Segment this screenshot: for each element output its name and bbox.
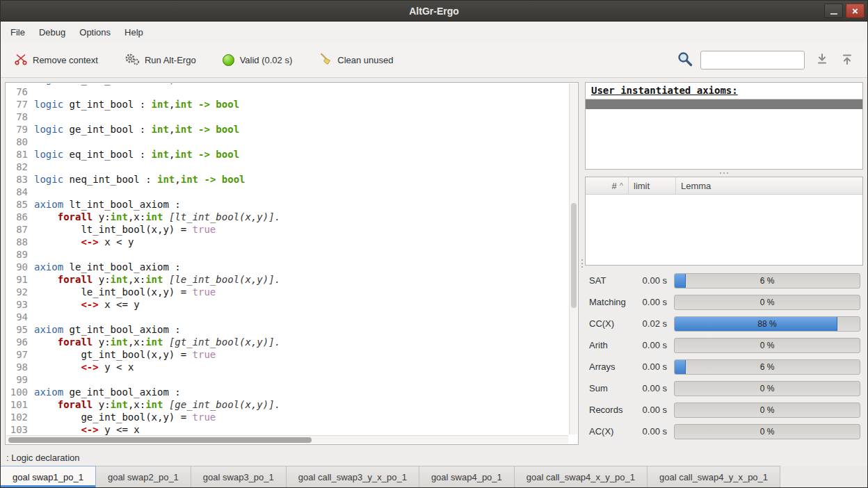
line-number: 102 (6, 411, 34, 423)
code-text: logic neq_int_bool : int,int -> bool (34, 173, 246, 186)
line-number: 85 (6, 198, 34, 211)
green-circle-icon (223, 54, 234, 66)
line-number: 83 (6, 173, 34, 186)
code-text: <-> x <= y (34, 298, 140, 311)
progress-text: 0 % (675, 403, 860, 417)
progress-text: 88 % (675, 317, 860, 331)
code-line: 76 (6, 86, 569, 98)
code-line: 89 (6, 248, 569, 261)
menu-debug[interactable]: Debug (32, 22, 72, 43)
tab-goal-swap3_po_1[interactable]: goal swap3_po_1 (191, 466, 287, 487)
stat-row-records: Records0.00 s0 % (589, 399, 863, 421)
stat-row-sat: SAT0.00 s6 % (589, 270, 863, 291)
stat-progressbar: 0 % (674, 402, 860, 418)
menu-help[interactable]: Help (118, 22, 150, 43)
clean-unused-button[interactable]: Clean unused (314, 48, 398, 72)
clean-unused-label: Clean unused (337, 55, 393, 65)
line-number: 79 (6, 123, 34, 136)
line-number: 82 (6, 161, 34, 173)
stat-label: Arrays (589, 361, 634, 372)
horizontal-scrollbar-thumb[interactable] (8, 437, 312, 443)
stat-label: Sum (589, 383, 634, 393)
progress-text: 0 % (675, 425, 860, 439)
code-line: 90axiom le_int_bool_axiom : (6, 261, 569, 273)
code-line: 78 (6, 111, 569, 123)
code-line: 83logic neq_int_bool : int,int -> bool (6, 173, 569, 186)
minimize-button[interactable] (824, 3, 843, 18)
stat-progressbar: 6 % (674, 359, 860, 375)
line-number: 103 (6, 423, 34, 435)
valid-label: Valid (0.02 s) (240, 55, 293, 65)
stat-time: 0.00 s (634, 275, 667, 286)
tab-goal-call_swap4_x_y_po_1[interactable]: goal call_swap4_x_y_po_1 (515, 466, 648, 487)
tab-goal-call_swap3_y_x_po_1[interactable]: goal call_swap3_y_x_po_1 (287, 466, 419, 487)
code-text: logic gt_int_bool : int,int -> bool (34, 98, 239, 111)
code-line: 100axiom ge_int_bool_axiom : (6, 386, 569, 398)
user-axioms-title: User instantiated axioms: (586, 83, 862, 99)
code-text: axiom le_int_bool_axiom : (34, 261, 181, 273)
right-panel: User instantiated axioms: # ^ limit Lemm… (585, 82, 863, 445)
code-line: 101 forall y:int,x:int [ge_int_bool(x,y)… (6, 398, 569, 411)
remove-context-button[interactable]: Remove context (9, 48, 103, 72)
tab-goal-swap4_po_1[interactable]: goal swap4_po_1 (419, 466, 515, 487)
goal-tabs-bar: goal swap1_po_1goal swap2_po_1goal swap3… (1, 466, 867, 487)
code-text: gt_int_bool(x,y) = true (34, 348, 216, 361)
code-editor[interactable]: 75logic lt_int_bool : int,int -> bool767… (5, 82, 579, 445)
progress-text: 6 % (675, 360, 860, 374)
lemma-table-header: # ^ limit Lemma (586, 177, 862, 195)
status-text: : Logic declaration (6, 453, 80, 463)
run-alt-ergo-button[interactable]: Run Alt-Ergo (120, 48, 201, 72)
line-number: 88 (6, 236, 34, 248)
main-area: 75logic lt_int_bool : int,int -> bool767… (1, 78, 867, 449)
search-input[interactable] (700, 51, 805, 70)
toolbar: Remove context Run Alt-Ergo Valid (0.02 … (1, 43, 867, 78)
column-header-limit[interactable]: limit (629, 177, 676, 194)
magnifier-icon[interactable] (677, 51, 693, 70)
sort-ascending-icon: ^ (620, 181, 623, 190)
progress-text: 6 % (675, 274, 860, 288)
code-line: 103 <-> y <= x (6, 423, 569, 435)
horizontal-scrollbar[interactable] (6, 435, 568, 444)
tab-goal-call_swap4_y_x_po_1[interactable]: goal call_swap4_y_x_po_1 (648, 466, 780, 487)
remove-context-label: Remove context (33, 55, 98, 65)
line-number: 90 (6, 261, 34, 273)
code-line: 97 gt_int_bool(x,y) = true (6, 348, 569, 361)
code-text: forall y:int,x:int [lt_int_bool(x,y)]. (34, 211, 280, 223)
close-button[interactable]: × (846, 3, 865, 18)
close-icon: × (852, 6, 858, 16)
code-text: ge_int_bool(x,y) = true (34, 411, 216, 423)
user-axioms-list[interactable]: User instantiated axioms: (585, 82, 863, 170)
lemma-table: # ^ limit Lemma (585, 177, 863, 266)
stat-label: Arith (589, 340, 634, 350)
code-line: 93 <-> x <= y (6, 298, 569, 311)
axioms-selected-row[interactable] (586, 99, 862, 109)
tab-goal-swap1_po_1[interactable]: goal swap1_po_1 (1, 466, 96, 487)
code-text: forall y:int,x:int [ge_int_bool(x,y)]. (34, 398, 280, 411)
lemma-table-body[interactable] (586, 195, 862, 265)
axioms-splitter-handle[interactable] (585, 170, 863, 177)
code-text: logic eq_int_bool : int,int -> bool (34, 148, 239, 161)
up-arrow-icon[interactable] (841, 53, 853, 67)
column-header-number[interactable]: # ^ (586, 177, 629, 194)
vertical-scrollbar-thumb[interactable] (571, 203, 577, 309)
tab-goal-swap2_po_1[interactable]: goal swap2_po_1 (96, 466, 191, 487)
scissors-icon (14, 52, 28, 68)
vertical-scrollbar[interactable] (569, 83, 577, 434)
menu-options[interactable]: Options (72, 22, 118, 43)
search-nav-buttons (816, 53, 853, 67)
stat-label: AC(X) (589, 426, 634, 437)
menu-file[interactable]: File (3, 22, 32, 43)
titlebar[interactable]: AltGr-Ergo × (1, 1, 867, 22)
code-line: 85axiom lt_int_bool_axiom : (6, 198, 569, 211)
code-line: 98 <-> y < x (6, 361, 569, 373)
code-line: 102 ge_int_bool(x,y) = true (6, 411, 569, 423)
column-header-lemma[interactable]: Lemma (676, 177, 862, 194)
app-window: AltGr-Ergo × FileDebugOptionsHelp Remove… (0, 0, 868, 488)
pane-splitter-handle[interactable] (579, 82, 585, 445)
down-arrow-icon[interactable] (816, 53, 828, 67)
broom-icon (319, 52, 332, 68)
line-number: 96 (6, 336, 34, 348)
stat-label: CC(X) (589, 318, 634, 329)
code-text: logic ge_int_bool : int,int -> bool (34, 123, 239, 136)
code-text: logic lt_int_bool : int,int -> bool (34, 83, 239, 86)
